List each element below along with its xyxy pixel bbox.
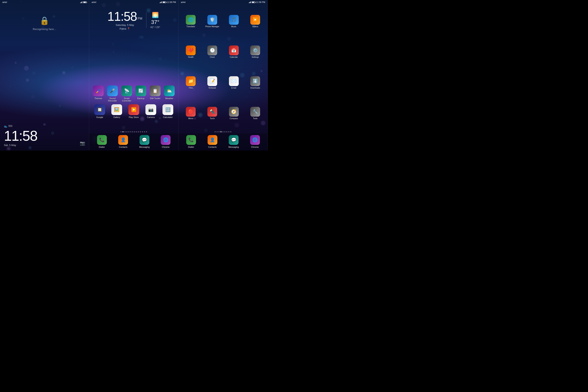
clock-big-time: 11:58 — [108, 10, 137, 24]
app-sound-recorder[interactable]: 🎤 Sound Recorder — [106, 86, 120, 102]
drawer-app-label: Calendar — [230, 56, 238, 58]
app-sim-toolkit[interactable]: 📋 SIM Toolkit — [148, 86, 162, 102]
app-label: Play Store — [129, 116, 139, 118]
drawer-app-icon: ⚙️ — [253, 48, 258, 53]
page-dot3 — [224, 131, 226, 132]
page-dot — [130, 131, 131, 132]
drawer-app-torch[interactable]: 🔦 Torch — [202, 98, 223, 128]
page-dot — [126, 131, 128, 132]
app-dialler[interactable]: 📞 Dialler — [183, 135, 199, 148]
lock-big-time: 11:58 — [4, 129, 85, 143]
battery-icon2 — [162, 1, 166, 3]
step-number: 503 — [8, 125, 12, 128]
dock-panel3: 📞 Dialler 👤 Contacts 💬 Messaging 🌐 Chrom… — [178, 134, 268, 150]
app-icon-emoji: 📞 — [99, 138, 104, 142]
clock-city: Patna 📍 — [108, 27, 142, 30]
drawer-app-calendar[interactable]: 📅 Calendar — [224, 37, 244, 67]
drawer-app-icon: 🧭 — [231, 109, 236, 114]
drawer-app-clock[interactable]: 🕐 Clock — [202, 37, 223, 67]
app-label: Weather — [165, 97, 173, 100]
signal-icon3 — [249, 1, 251, 3]
app-gallery[interactable]: 🖼️ Gallery — [109, 104, 125, 118]
drawer-app-settings[interactable]: ⚙️ Settings — [245, 37, 266, 67]
drawer-app-icon: 📁 — [188, 78, 194, 84]
home-content: 11:58PM Saturday, 5 May Patna 📍 🌅 37° 41… — [89, 4, 178, 150]
drawer-app-tools[interactable]: 🔧 Tools — [245, 98, 266, 128]
drawer-app-health[interactable]: ❤️ Health — [180, 37, 201, 67]
page-dot — [146, 131, 147, 132]
drawer-app-label: Videos — [252, 26, 258, 28]
clock-date: Saturday, 5 May — [108, 24, 142, 26]
drawer-app-downloads[interactable]: ⬇️ Downloads — [245, 68, 266, 98]
page-dot — [136, 131, 137, 132]
drawer-app-label: Music — [231, 26, 236, 28]
drawer-app-icon: 🕐 — [210, 48, 215, 53]
app-smart-controller[interactable]: 📡 Smart Controller — [120, 86, 134, 102]
app-label: Dialler — [188, 146, 194, 148]
app-weather[interactable]: ⛅ Weather — [162, 86, 176, 102]
app-contacts[interactable]: 👤 Contacts — [204, 135, 220, 148]
signal-icon2 — [160, 1, 162, 3]
app-label: Contacts — [119, 146, 127, 148]
page-dot3 — [228, 131, 229, 132]
status-time2: 11:58 PM — [167, 1, 176, 3]
app-icon-emoji: 👤 — [120, 138, 126, 142]
app-themes[interactable]: 🖌️ Themes — [91, 86, 105, 102]
status-icons — [80, 1, 87, 3]
app-label: Google — [96, 116, 103, 118]
drawer-app-icon: ▶️ — [253, 17, 258, 22]
status-icons2: 11:58 PM — [160, 1, 176, 3]
app-icon-emoji: ⛅ — [166, 88, 172, 94]
app-chrome[interactable]: 🌐 Chrome — [247, 135, 263, 148]
app-messaging[interactable]: 💬 Messaging — [136, 135, 152, 148]
app-play-store[interactable]: ▶️ Play Store — [126, 104, 142, 118]
app-label: Calculator — [163, 116, 173, 118]
app-icon-emoji: 🌐 — [252, 138, 258, 142]
app-backup[interactable]: 🔄 Backup — [134, 86, 148, 102]
drawer-app-files[interactable]: 📁 Files — [180, 68, 201, 98]
app-label: Backup — [137, 97, 144, 100]
drawer-app-label: Translator — [186, 26, 195, 28]
app-messaging[interactable]: 💬 Messaging — [226, 135, 242, 148]
drawer-app-translator[interactable]: 🌐 Translator — [180, 6, 201, 36]
camera-icon-bottom[interactable]: 📷 — [80, 141, 85, 146]
page-dot — [138, 131, 139, 132]
drawer-app-compass[interactable]: 🧭 Compass — [224, 98, 244, 128]
weather-temp: 37° — [150, 19, 160, 25]
app-calculator[interactable]: 🔢 Calculator — [160, 104, 176, 118]
app-icon-emoji: 💬 — [142, 138, 147, 142]
drawer-app-icon: 🔴 — [188, 109, 194, 114]
app-drawer-panel: airtel 11:58 PM 🌐 Translator 🛡️ Phone Ma… — [178, 0, 268, 150]
weather-range: 41° / 23° — [150, 26, 160, 28]
app-icon-emoji: 📋 — [152, 88, 158, 94]
app-dialler[interactable]: 📞 Dialler — [94, 135, 110, 148]
app-contacts[interactable]: 👤 Contacts — [115, 135, 131, 148]
page-dot — [128, 131, 129, 132]
lock-date: Sat, 5 May — [4, 144, 85, 146]
app-label: SIM Toolkit — [150, 97, 160, 100]
drawer-app-music[interactable]: 🎵 Music — [224, 6, 244, 36]
page-dot — [124, 131, 126, 132]
drawer-app-email[interactable]: ✉️ Email — [224, 68, 244, 98]
drawer-app-label: Health — [188, 56, 194, 58]
page-dot3 — [222, 131, 224, 132]
app-icon-emoji: 👤 — [210, 138, 215, 142]
status-bar-panel1: airtel — [0, 0, 89, 4]
drawer-app-videos[interactable]: ▶️ Videos — [245, 6, 266, 36]
clock-ampm: PM — [138, 17, 142, 20]
drawer-app-notepad[interactable]: 📝 Notepad — [202, 68, 223, 98]
drawer-app-label: Notepad — [208, 87, 216, 89]
battery-icon3 — [252, 1, 255, 3]
battery-icon — [83, 1, 87, 3]
app-chrome[interactable]: 🌐 Chrome — [158, 135, 174, 148]
app-camera[interactable]: 📷 Camera — [143, 104, 158, 118]
page-dot3 — [226, 131, 227, 132]
app-label: Contacts — [208, 146, 216, 148]
status-bar-panel2: airtel 11:58 PM — [89, 0, 178, 4]
drawer-app-mirror[interactable]: 🔴 Mirror — [180, 98, 201, 128]
app-google[interactable]: 🔲 Google — [92, 104, 108, 118]
drawer-app-phone-manager[interactable]: 🛡️ Phone Manager — [202, 6, 223, 36]
page-dot — [120, 131, 122, 132]
drawer-app-label: Clock — [210, 56, 215, 58]
clock-time: 11:58PM — [108, 10, 142, 23]
